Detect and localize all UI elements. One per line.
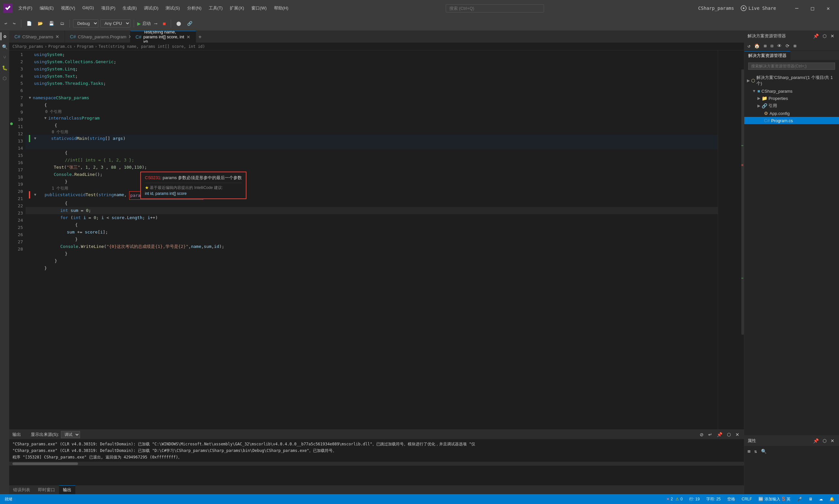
menu-git[interactable]: Git(G): [79, 4, 97, 13]
activity-explorer[interactable]: ⚙: [1, 32, 8, 40]
tab-program-class[interactable]: C# CSharp_params.Program ✕: [65, 31, 130, 42]
props-float-button[interactable]: ⬡: [821, 437, 828, 444]
tab-error-list[interactable]: 错误列表: [9, 486, 34, 494]
menu-file[interactable]: 文件(F): [15, 4, 36, 13]
close-button[interactable]: ✕: [821, 3, 836, 14]
menu-extensions[interactable]: 扩展(X): [226, 4, 247, 13]
menu-analyze[interactable]: 分析(N): [184, 4, 205, 13]
tree-properties[interactable]: ▶ 📁 Properties: [744, 95, 839, 102]
status-col-text: 字符: 25: [706, 497, 721, 502]
file-icon: C#: [14, 34, 20, 39]
output-source-select[interactable]: 调试: [61, 431, 80, 438]
status-input-method[interactable]: 🆕 添加输入 S 英: [757, 496, 792, 502]
activity-extensions[interactable]: ⬡: [1, 74, 8, 82]
se-pin-button[interactable]: 📌: [812, 33, 820, 39]
solution-explorer-header: 解决方案资源管理器 📌 ⬡ ✕: [744, 31, 839, 41]
open-button[interactable]: 📂: [36, 20, 45, 27]
menu-window[interactable]: 窗口(W): [248, 4, 270, 13]
props-search-icon[interactable]: 🔍: [760, 448, 768, 454]
minimize-button[interactable]: ─: [789, 3, 804, 14]
se-sync-button[interactable]: ↺: [746, 42, 751, 49]
menu-tools[interactable]: 工具(T): [206, 4, 226, 13]
step-over-button[interactable]: ⟶: [153, 20, 159, 27]
output-wrap-button[interactable]: ↵: [707, 431, 714, 438]
menu-help[interactable]: 帮助(H): [271, 4, 292, 13]
status-flag[interactable]: 🔔: [828, 497, 836, 501]
cpu-config-select[interactable]: Any CPU: [100, 19, 130, 28]
props-grid-icon[interactable]: ⊞: [746, 448, 751, 454]
activity-debug[interactable]: 🐛: [1, 64, 8, 72]
activity-search[interactable]: 🔍: [1, 43, 8, 51]
tree-appconfig[interactable]: ⚙ App.config: [744, 110, 839, 117]
new-file-button[interactable]: 📄: [24, 20, 34, 27]
se-float-button[interactable]: ⬡: [821, 33, 828, 39]
status-ready[interactable]: 就绪: [3, 497, 14, 502]
menu-view[interactable]: 视图(V): [58, 4, 78, 13]
status-row[interactable]: 行: 19: [688, 497, 701, 502]
output-hscrollbar[interactable]: [9, 462, 744, 466]
gutter: [9, 50, 14, 429]
tab-close-3[interactable]: ✕: [187, 34, 190, 40]
menu-debug[interactable]: 调试(D): [141, 4, 161, 13]
tree-references[interactable]: ▶ 🔗 引用: [744, 102, 839, 110]
status-col[interactable]: 字符: 25: [705, 497, 722, 502]
tree-project[interactable]: ▼ ■ CSharp_params: [744, 87, 839, 95]
run-button[interactable]: ▶ 启动: [137, 20, 151, 27]
output-pin-button[interactable]: 📌: [715, 431, 724, 438]
new-tab-button[interactable]: +: [196, 31, 205, 42]
editor-scrollbar-thumb[interactable]: [741, 69, 744, 335]
se-expand-button[interactable]: ⊞: [792, 42, 798, 49]
se-tab-active[interactable]: 解决方案资源管理器: [744, 51, 790, 60]
maximize-button[interactable]: □: [805, 3, 820, 14]
se-search-input[interactable]: [748, 62, 835, 70]
menu-project[interactable]: 项目(P): [98, 4, 119, 13]
output-float-button[interactable]: ⬡: [726, 431, 732, 438]
menu-build[interactable]: 生成(B): [119, 4, 140, 13]
activity-git[interactable]: ⑂: [1, 53, 8, 61]
add-input-icon: 🆕: [758, 497, 763, 501]
output-hscroll-thumb[interactable]: [13, 463, 78, 465]
code-scroll-area[interactable]: using System; using System.Collections.G…: [25, 50, 718, 429]
code-line-11: ▼ static void Main(string[] args): [25, 135, 718, 149]
status-errors[interactable]: ✕ 2 ⚠ 0: [665, 497, 684, 501]
status-display[interactable]: 🖥: [807, 497, 814, 501]
breakpoint-button[interactable]: ⬤: [174, 20, 183, 27]
se-refresh-button[interactable]: ⟳: [784, 42, 791, 49]
save-all-button[interactable]: 🗂: [58, 20, 66, 27]
undo-button[interactable]: ↩: [3, 20, 9, 27]
redo-button[interactable]: ↪: [11, 20, 18, 27]
tree-solution[interactable]: ▶ ⬡ 解决方案'CSharp_params'(1 个项目/共 1 个): [744, 74, 839, 87]
status-cloud[interactable]: ☁: [818, 497, 824, 501]
menu-edit[interactable]: 编辑(E): [36, 4, 57, 13]
titlebar-center: [446, 4, 544, 13]
tab-test-method[interactable]: C# Test(string name, params int[] score,…: [130, 31, 196, 42]
tab-csharp-params[interactable]: C# CSharp_params ✕: [9, 31, 65, 42]
output-close-button[interactable]: ✕: [734, 431, 741, 438]
menu-test[interactable]: 测试(S): [162, 4, 183, 13]
input-lang: 英: [787, 497, 790, 502]
se-collapse-button[interactable]: ⊟: [769, 42, 774, 49]
se-new-solution-button[interactable]: ⊞: [762, 42, 768, 49]
props-sort-icon[interactable]: ⇅: [753, 448, 758, 454]
status-bar: 就绪 ✕ 2 ⚠ 0 行: 19 字符: 25 空格 CRLF 🆕 添加输入 S…: [0, 494, 839, 504]
global-search-input[interactable]: [446, 4, 544, 13]
props-pin-button[interactable]: 📌: [812, 437, 820, 444]
se-show-all-button[interactable]: 👁: [776, 42, 783, 49]
live-share-button[interactable]: Live Share: [737, 4, 779, 13]
props-close-button[interactable]: ✕: [829, 437, 836, 444]
tab-close-1[interactable]: ✕: [55, 34, 59, 39]
stop-button[interactable]: ■: [161, 20, 168, 27]
save-button[interactable]: 💾: [47, 20, 56, 27]
status-encoding[interactable]: CRLF: [740, 497, 753, 501]
debug-config-select[interactable]: Debug: [73, 19, 98, 28]
output-clear-button[interactable]: ⊘: [698, 431, 705, 438]
se-close-button[interactable]: ✕: [829, 33, 836, 39]
se-home-button[interactable]: 🏠: [753, 42, 761, 49]
tree-programcs[interactable]: C# Program.cs: [744, 117, 839, 124]
tab-immediate[interactable]: 即时窗口: [34, 486, 59, 494]
appconfig-icon: ⚙: [764, 111, 768, 116]
attach-button[interactable]: 🔗: [185, 20, 194, 27]
status-space[interactable]: 空格: [726, 497, 736, 502]
tab-output[interactable]: 输出: [59, 485, 75, 494]
status-mic[interactable]: 🎤: [796, 497, 803, 501]
